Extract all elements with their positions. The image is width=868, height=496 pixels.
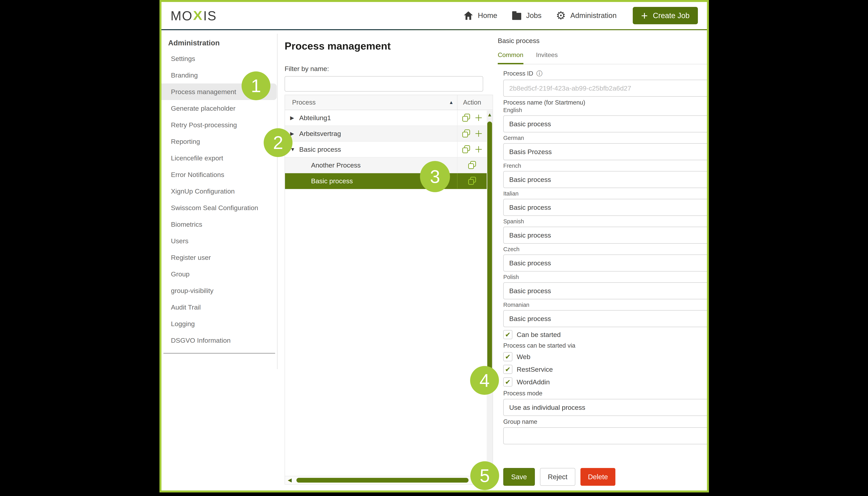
logo-text-is: IS — [203, 8, 217, 23]
process-table: Process ▲ Action ▶ Abteilung1 — [284, 95, 493, 484]
nav-jobs-label: Jobs — [526, 12, 542, 20]
delete-button[interactable]: Delete — [580, 468, 615, 486]
process-column-label: Process — [292, 99, 315, 106]
checkbox[interactable]: ✔ — [503, 352, 512, 361]
scroll-up-icon[interactable]: ▲ — [487, 112, 493, 118]
sidebar-item-label: Generate placeholder — [171, 105, 235, 112]
language-input[interactable] — [503, 282, 707, 299]
step-badge-2: 2 — [264, 128, 293, 157]
sidebar-item[interactable]: Audit Trail — [161, 299, 277, 315]
home-icon — [463, 11, 474, 21]
language-input[interactable] — [503, 254, 707, 272]
can-be-started-row[interactable]: ✔ Can be started — [503, 329, 707, 340]
language-input[interactable] — [503, 115, 707, 133]
sidebar-item[interactable]: Logging — [161, 315, 277, 332]
sidebar-item[interactable]: Reporting — [161, 133, 277, 150]
vertical-scroll-thumb[interactable] — [487, 122, 492, 371]
step-badge-3: 3 — [420, 161, 450, 192]
nav-home[interactable]: Home — [463, 11, 497, 21]
horizontal-scrollbar[interactable]: ◀ — [285, 476, 487, 484]
copy-icon[interactable] — [467, 176, 477, 185]
sidebar-item[interactable]: Register user — [161, 249, 277, 266]
language-input[interactable] — [503, 310, 707, 327]
sidebar-item[interactable]: group-visibility — [161, 282, 277, 299]
language-label: Italian — [503, 190, 707, 197]
step-badge-4: 4 — [470, 366, 499, 395]
sidebar-item[interactable]: Error Notifications — [161, 166, 277, 183]
nav-jobs[interactable]: Jobs — [512, 11, 542, 21]
sidebar-item[interactable]: DSGVO Information — [161, 332, 277, 348]
sidebar-item[interactable]: Group — [161, 266, 277, 282]
table-row[interactable]: ▼ Basic process — [285, 142, 493, 157]
option-label: WordAddin — [517, 378, 550, 386]
group-name-field[interactable] — [503, 427, 707, 444]
language-field: French — [503, 162, 707, 188]
process-name-section-label: Process name (for Startmenu) — [503, 99, 707, 106]
language-label: English — [503, 107, 707, 113]
sidebar-item-label: DSGVO Information — [171, 337, 231, 344]
filter-input[interactable] — [284, 76, 483, 92]
create-job-label: Create Job — [653, 12, 689, 20]
language-input[interactable] — [503, 171, 707, 188]
add-icon[interactable] — [475, 130, 483, 138]
column-header-process[interactable]: Process ▲ — [285, 99, 457, 106]
process-mode-field[interactable] — [503, 399, 707, 416]
process-detail-panel: Basic process Common Invitees Process ID… — [493, 30, 707, 491]
info-icon[interactable]: ⓘ — [537, 69, 543, 78]
language-field: Czech — [503, 246, 707, 272]
tab-invitees[interactable]: Invitees — [536, 51, 558, 64]
started-via-options: ✔ Web ✔ RestService ✔ WordAddin — [503, 352, 707, 387]
scroll-left-icon[interactable]: ◀ — [288, 477, 292, 483]
table-row[interactable]: ▶ Abteilung1 — [285, 110, 493, 126]
sidebar-item[interactable]: Users — [161, 233, 277, 249]
sidebar-item-label: Reporting — [171, 138, 200, 145]
language-input[interactable] — [503, 199, 707, 216]
sidebar-item-label: Process management — [171, 88, 236, 96]
language-input[interactable] — [503, 227, 707, 244]
sort-ascending-icon[interactable]: ▲ — [449, 99, 453, 105]
started-via-option[interactable]: ✔ WordAddin — [503, 377, 707, 387]
sidebar-item[interactable]: Swisscom Seal Configuration — [161, 200, 277, 216]
tab-common[interactable]: Common — [498, 51, 523, 64]
add-icon[interactable] — [475, 145, 483, 153]
checkbox[interactable]: ✔ — [503, 377, 512, 387]
jobs-icon — [512, 11, 522, 21]
sidebar-title: Administration — [161, 36, 278, 50]
tree-toggle-icon[interactable]: ▶ — [290, 115, 299, 121]
language-input[interactable] — [503, 143, 707, 160]
column-header-action: Action — [457, 95, 487, 110]
language-field: Polish — [503, 274, 707, 299]
sidebar-item[interactable]: Generate placeholder — [161, 100, 277, 117]
sidebar-item[interactable]: Retry Post-processing — [161, 117, 277, 133]
checkbox[interactable]: ✔ — [503, 365, 512, 374]
started-via-option[interactable]: ✔ RestService — [503, 364, 707, 374]
reject-button[interactable]: Reject — [540, 468, 575, 486]
tree-toggle-icon[interactable]: ▶ — [290, 130, 299, 137]
process-id-field — [503, 80, 707, 97]
sidebar-item[interactable]: XignUp Configuration — [161, 183, 277, 200]
table-header: Process ▲ Action — [285, 95, 493, 110]
add-icon[interactable] — [475, 114, 483, 122]
checkmark-icon: ✔ — [505, 353, 511, 361]
table-row[interactable]: ▶ Arbeitsvertrag — [285, 126, 493, 142]
table-row[interactable]: Another Process — [285, 157, 493, 173]
copy-icon[interactable] — [462, 113, 471, 122]
sidebar-item[interactable]: Biometrics — [161, 216, 277, 233]
save-button[interactable]: Save — [503, 468, 535, 486]
language-label: Romanian — [503, 302, 707, 308]
nav-administration[interactable]: ⚙ Administration — [556, 11, 617, 21]
language-label: German — [503, 135, 707, 141]
checkbox-can-be-started[interactable]: ✔ — [503, 330, 512, 339]
copy-icon[interactable] — [462, 129, 471, 138]
language-label: French — [503, 162, 707, 169]
sidebar-item[interactable]: Settings — [161, 50, 277, 67]
table-row[interactable]: Basic process — [285, 173, 493, 189]
language-label: Czech — [503, 246, 707, 252]
horizontal-scroll-thumb[interactable] — [296, 478, 468, 483]
sidebar-item[interactable]: Licencefile export — [161, 150, 277, 166]
vertical-scrollbar[interactable]: ▲ — [487, 110, 493, 476]
copy-icon[interactable] — [462, 145, 471, 154]
started-via-option[interactable]: ✔ Web — [503, 352, 707, 362]
copy-icon[interactable] — [467, 160, 477, 170]
create-job-button[interactable]: + Create Job — [633, 7, 698, 24]
